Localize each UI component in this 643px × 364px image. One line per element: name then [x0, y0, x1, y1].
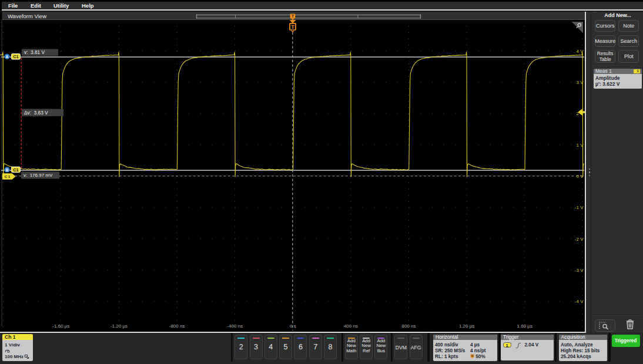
svg-text:U: U — [471, 354, 474, 358]
svg-text:v: 3.81 V: v: 3.81 V — [24, 49, 45, 55]
svg-text:1 V: 1 V — [576, 143, 584, 148]
svg-text:-1.20 µs: -1.20 µs — [110, 323, 128, 329]
svg-text:B: B — [6, 168, 9, 172]
svg-text:C1: C1 — [13, 54, 18, 59]
svg-text:800 ns: 800 ns — [401, 323, 416, 329]
svg-text:4 V: 4 V — [576, 49, 584, 54]
svg-text:-3 V: -3 V — [575, 268, 584, 273]
svg-text:-400 ns: -400 ns — [227, 323, 243, 329]
svg-text:0 s: 0 s — [290, 323, 296, 329]
svg-text:3 V: 3 V — [576, 80, 584, 85]
svg-text:-800 ns: -800 ns — [169, 323, 185, 329]
svg-text:-1.60 µs: -1.60 µs — [52, 323, 69, 329]
svg-text:Δv: 3.63 V: Δv: 3.63 V — [24, 110, 48, 116]
svg-text:400 ns: 400 ns — [344, 323, 358, 329]
svg-text:C 1: C 1 — [5, 174, 11, 178]
svg-text:A: A — [6, 55, 9, 59]
svg-text:0 V: 0 V — [576, 174, 584, 179]
svg-text:1.60 µs: 1.60 µs — [517, 323, 532, 329]
svg-text:1.20 µs: 1.20 µs — [459, 323, 474, 329]
svg-text:-4 V: -4 V — [575, 299, 584, 304]
svg-text:-2 V: -2 V — [575, 237, 584, 242]
svg-text:T: T — [291, 24, 294, 30]
svg-text:T: T — [292, 14, 294, 18]
svg-text:C1: C1 — [13, 167, 18, 173]
svg-text:v: 176.97 mV: v: 176.97 mV — [24, 173, 53, 178]
svg-text:-1 V: -1 V — [575, 205, 584, 210]
